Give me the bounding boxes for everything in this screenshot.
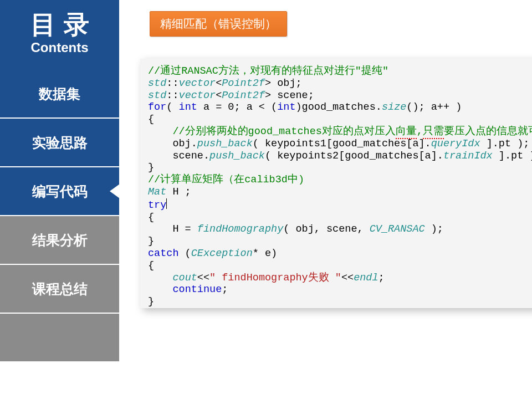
sidebar-item-analysis[interactable]: 结果分析 — [0, 216, 119, 264]
t: << — [341, 272, 354, 284]
t: std — [148, 78, 166, 89]
code-block: //通过RANSAC方法，对现有的特征点对进行"提纯" std::vector<… — [140, 59, 532, 308]
t: { — [148, 212, 154, 223]
t: try — [148, 200, 166, 211]
t: * e) — [253, 248, 277, 259]
text-cursor — [166, 198, 167, 209]
t: 只需 — [423, 126, 444, 139]
t — [148, 272, 172, 284]
t: size — [382, 101, 406, 113]
t: ( keypoints2[good_matches[a]. — [265, 150, 443, 162]
t: ( obj, scene, — [283, 223, 369, 235]
t: (); a++ ) — [406, 101, 462, 113]
sidebar-title: 目录 Contents — [0, 0, 119, 70]
t: trainIdx — [443, 150, 493, 162]
t: 向量 — [396, 126, 417, 139]
sidebar-item-label: 结果分析 — [32, 231, 88, 249]
sidebar: 目录 Contents 数据集 实验思路 编写代码 结果分析 课程总结 — [0, 0, 119, 399]
t: CException — [191, 248, 253, 259]
t: findHomography — [197, 223, 283, 235]
t: H ; — [166, 186, 191, 198]
main-area: 精细匹配（错误控制） //通过RANSAC方法，对现有的特征点对进行"提纯" s… — [119, 0, 532, 399]
t: ( keypoints1[good_matches[a]. — [253, 138, 431, 150]
t: std — [148, 90, 166, 101]
t: cout — [172, 272, 197, 284]
t: ; — [222, 284, 228, 295]
sidebar-item-summary[interactable]: 课程总结 — [0, 265, 119, 313]
t: Mat — [148, 186, 166, 198]
t: } — [148, 296, 154, 308]
sidebar-item-label: 课程总结 — [32, 280, 88, 298]
t: { — [148, 114, 154, 125]
t: ( — [179, 248, 191, 259]
t: int — [179, 101, 197, 113]
t: } — [148, 236, 154, 247]
t: Point2f — [222, 78, 265, 89]
t — [148, 284, 172, 295]
section-tag: 精细匹配（错误控制） — [150, 11, 287, 37]
t: 要压入点的信息就可以 — [444, 126, 532, 137]
sidebar-item-label: 数据集 — [39, 85, 80, 103]
t: } — [148, 162, 154, 173]
t: ].pt ); — [480, 138, 530, 150]
t: vector — [179, 90, 216, 101]
sidebar-item-label: 实验思路 — [32, 134, 88, 152]
t: catch — [148, 248, 179, 259]
title-cn: 目录 — [0, 0, 119, 42]
t: endl — [354, 272, 378, 284]
sidebar-item-blank — [0, 314, 119, 361]
t: scene. — [148, 150, 209, 162]
t: ); — [425, 223, 443, 235]
sidebar-item-code[interactable]: 编写代码 — [0, 167, 119, 215]
sidebar-item-label: 编写代码 — [32, 182, 88, 201]
t: { — [148, 260, 154, 272]
t: for — [148, 101, 166, 113]
t: //分别将两处的good_matches对应的点对压入 — [148, 126, 396, 137]
t: CV_RANSAC — [370, 223, 425, 235]
t: ].pt ); — [493, 150, 532, 162]
title-en: Contents — [0, 40, 119, 55]
t: Point2f — [222, 90, 265, 101]
code-line: //通过RANSAC方法，对现有的特征点对进行"提纯" — [148, 65, 388, 77]
t: H = — [148, 223, 197, 235]
t: queryIdx — [431, 138, 480, 150]
t: continue — [172, 284, 222, 295]
t: //计算单应矩阵（在calib3d中) — [148, 174, 304, 186]
t: )good_matches. — [295, 101, 381, 113]
sidebar-item-dataset[interactable]: 数据集 — [0, 70, 119, 117]
t: a = 0; a < ( — [197, 101, 277, 113]
t: << — [197, 272, 209, 284]
t: push_back — [197, 138, 253, 150]
t: obj; — [271, 78, 302, 89]
t: obj. — [148, 138, 197, 150]
t: push_back — [209, 150, 265, 162]
t: ; — [378, 272, 385, 284]
t: int — [277, 101, 295, 113]
t: vector — [179, 78, 216, 89]
t: scene; — [271, 90, 314, 101]
sidebar-item-idea[interactable]: 实验思路 — [0, 119, 119, 166]
t: , — [417, 126, 423, 137]
t: " findHomography失败 " — [209, 272, 341, 284]
